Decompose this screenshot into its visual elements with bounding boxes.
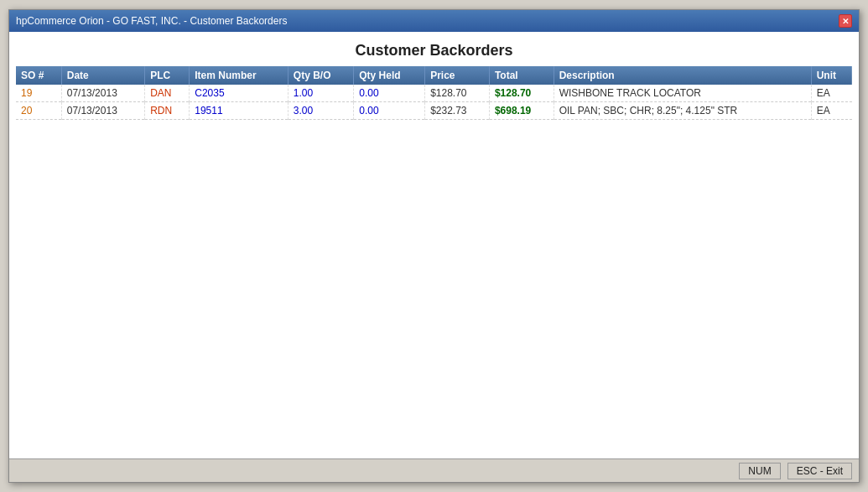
table-row[interactable]: 2007/13/2013RDN195113.000.00$232.73$698.… — [16, 102, 852, 120]
esc-exit-button[interactable]: ESC - Exit — [787, 463, 852, 479]
col-header-item-number: Item Number — [190, 66, 288, 85]
col-header-date: Date — [61, 66, 144, 85]
cell-total: $128.70 — [489, 85, 554, 102]
col-header-qty-bo: Qty B/O — [288, 66, 353, 85]
close-button[interactable]: ✕ — [839, 14, 852, 28]
cell-unit: EA — [811, 85, 852, 102]
cell-plc: RDN — [145, 102, 190, 120]
table-header-row: SO # Date PLC Item Number Qty B/O Qty He… — [16, 66, 852, 85]
cell-date: 07/13/2013 — [61, 85, 144, 102]
cell-description: WISHBONE TRACK LOCATOR — [554, 85, 811, 102]
cell-description: OIL PAN; SBC; CHR; 8.25"; 4.125" STR — [554, 102, 811, 120]
cell-qty_held: 0.00 — [354, 85, 425, 102]
cell-qty_bo: 3.00 — [288, 102, 353, 120]
cell-qty_bo: 1.00 — [288, 85, 353, 102]
num-indicator: NUM — [739, 463, 780, 479]
main-window: hpCommerce Orion - GO FAST, INC. - Custo… — [8, 9, 860, 483]
col-header-unit: Unit — [811, 66, 852, 85]
backorders-table: SO # Date PLC Item Number Qty B/O Qty He… — [16, 66, 852, 120]
cell-item_number: C2035 — [190, 85, 288, 102]
col-header-qty-held: Qty Held — [354, 66, 425, 85]
title-bar: hpCommerce Orion - GO FAST, INC. - Custo… — [9, 10, 859, 32]
table-container: SO # Date PLC Item Number Qty B/O Qty He… — [16, 66, 852, 452]
cell-so: 19 — [16, 85, 61, 102]
cell-price: $232.73 — [425, 102, 490, 120]
cell-so: 20 — [16, 102, 61, 120]
cell-price: $128.70 — [425, 85, 490, 102]
title-bar-text: hpCommerce Orion - GO FAST, INC. - Custo… — [16, 15, 287, 27]
page-title: Customer Backorders — [16, 42, 852, 60]
col-header-price: Price — [425, 66, 490, 85]
cell-unit: EA — [811, 102, 852, 120]
cell-date: 07/13/2013 — [61, 102, 144, 120]
cell-total: $698.19 — [489, 102, 554, 120]
cell-item_number: 19511 — [190, 102, 288, 120]
content-area: Customer Backorders SO # Date PLC Item N… — [9, 32, 859, 458]
status-bar: NUM ESC - Exit — [9, 458, 859, 482]
col-header-so: SO # — [16, 66, 61, 85]
table-row[interactable]: 1907/13/2013DANC20351.000.00$128.70$128.… — [16, 85, 852, 102]
col-header-total: Total — [489, 66, 554, 85]
cell-plc: DAN — [145, 85, 190, 102]
col-header-description: Description — [554, 66, 811, 85]
cell-qty_held: 0.00 — [354, 102, 425, 120]
col-header-plc: PLC — [145, 66, 190, 85]
